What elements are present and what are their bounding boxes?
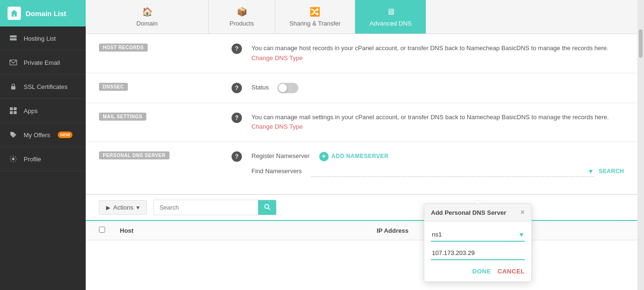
dnssec-status-row: Status <box>251 83 624 93</box>
popup-overlay: Add Personal DNS Server × ns1 ▼ DONE CAN… <box>424 203 532 282</box>
mail-settings-label-wrap: MAIL SETTINGS <box>99 113 222 121</box>
mail-settings-badge: MAIL SETTINGS <box>99 113 146 121</box>
popup-triangle <box>474 200 482 203</box>
add-nameserver-label: ADD NAMESERVER <box>331 152 389 161</box>
tab-domain-label: Domain <box>136 20 158 27</box>
sidebar-item-apps-label: Apps <box>24 107 38 114</box>
mail-settings-section: MAIL SETTINGS ? You can manage mail sett… <box>86 103 637 142</box>
host-records-badge: HOST RECORDS <box>99 44 148 52</box>
personal-dns-help-icon[interactable]: ? <box>232 151 242 162</box>
server-icon <box>9 34 18 43</box>
main-area: 🏠 Domain 📦 Products 🔀 Sharing & Transfer… <box>86 0 637 290</box>
sidebar-item-my-offers[interactable]: My Offers NEW <box>0 123 86 147</box>
select-all-input[interactable] <box>99 227 105 233</box>
sidebar-title: Domain List <box>26 9 66 18</box>
scrollbar-thumb[interactable] <box>639 29 643 58</box>
mail-settings-change-link[interactable]: Change DNS Type <box>251 123 303 130</box>
popup-actions: DONE CANCEL <box>431 268 525 275</box>
tabs-bar: 🏠 Domain 📦 Products 🔀 Sharing & Transfer… <box>86 0 637 34</box>
add-dns-popup: Add Personal DNS Server × ns1 ▼ DONE CAN… <box>424 203 532 282</box>
sharing-tab-icon: 🔀 <box>310 7 320 17</box>
done-button[interactable]: DONE <box>472 268 491 275</box>
personal-dns-badge: PERSONAL DNS SERVER <box>99 151 170 159</box>
tab-domain[interactable]: 🏠 Domain <box>86 0 209 34</box>
host-records-help-icon[interactable]: ? <box>232 44 242 54</box>
svg-point-12 <box>265 204 268 208</box>
gear-icon <box>9 155 18 163</box>
sidebar-item-my-offers-label: My Offers <box>24 132 50 139</box>
svg-point-11 <box>12 158 14 160</box>
personal-dns-section: PERSONAL DNS SERVER ? Register Nameserve… <box>86 142 637 194</box>
actions-label: Actions <box>113 204 134 211</box>
popup-title: Add Personal DNS Server <box>431 209 506 216</box>
svg-rect-5 <box>11 86 16 89</box>
actions-button[interactable]: ▶ Actions ▾ <box>99 200 147 215</box>
svg-rect-7 <box>14 107 17 110</box>
email-icon <box>9 58 18 67</box>
search-button[interactable] <box>258 200 276 215</box>
tab-products[interactable]: 📦 Products <box>209 0 275 34</box>
ip-address-input[interactable] <box>431 246 525 260</box>
select-arrow-icon: ▼ <box>518 231 525 238</box>
svg-rect-9 <box>14 111 17 114</box>
tab-sharing-transfer[interactable]: 🔀 Sharing & Transfer <box>275 0 355 34</box>
dnssec-badge: DNSSEC <box>99 83 128 91</box>
advdns-tab-icon: 🖥 <box>386 7 395 17</box>
find-nameservers-label: Find Nameservers <box>251 167 302 176</box>
dnssec-label-wrap: DNSSEC <box>99 83 222 91</box>
svg-rect-6 <box>10 107 13 110</box>
dnssec-help-icon[interactable]: ? <box>232 83 242 93</box>
mail-settings-content: You can manage mail settings in your cPa… <box>251 113 624 132</box>
sidebar-item-private-email-label: Private Email <box>24 59 60 66</box>
sidebar-item-profile[interactable]: Profile <box>0 147 86 171</box>
svg-point-2 <box>15 36 16 37</box>
host-records-content: You can manage host records in your cPan… <box>251 44 624 63</box>
select-all-checkbox[interactable] <box>99 227 110 234</box>
sidebar-item-hosting-list[interactable]: Hosting List <box>0 26 86 51</box>
sidebar: Domain List Hosting List Private Email S… <box>0 0 86 290</box>
popup-title-bar: Add Personal DNS Server × <box>424 204 531 221</box>
search-input[interactable] <box>154 201 258 214</box>
svg-line-13 <box>268 208 270 210</box>
products-tab-icon: 📦 <box>237 7 247 17</box>
svg-point-3 <box>15 39 16 40</box>
popup-body: ns1 ▼ DONE CANCEL <box>424 221 531 281</box>
tab-sharing-label: Sharing & Transfer <box>289 20 340 27</box>
dnssec-toggle[interactable] <box>277 83 298 93</box>
sidebar-item-profile-label: Profile <box>24 156 41 163</box>
sidebar-item-ssl[interactable]: SSL Certificates <box>0 75 86 99</box>
chevron-down-icon: ▾ <box>136 204 140 211</box>
find-search-link[interactable]: SEARCH <box>599 167 624 176</box>
content-area: HOST RECORDS ? You can manage host recor… <box>86 34 637 290</box>
host-records-text: You can manage host records in your cPan… <box>251 44 608 52</box>
grid-icon <box>9 106 18 115</box>
bottom-toolbar: ▶ Actions ▾ <box>86 194 637 220</box>
sidebar-header[interactable]: Domain List <box>0 0 86 26</box>
nameserver-select[interactable]: ns1 <box>431 228 518 241</box>
host-records-change-link[interactable]: Change DNS Type <box>251 54 303 62</box>
sidebar-item-apps[interactable]: Apps <box>0 99 86 123</box>
register-nameserver-label: Register Nameserver <box>251 151 310 161</box>
dns-top-row: PERSONAL DNS SERVER ? Register Nameserve… <box>99 151 624 177</box>
tab-advanced-dns-label: Advanced DNS <box>369 20 411 27</box>
tab-advanced-dns[interactable]: 🖥 Advanced DNS <box>355 0 426 34</box>
add-nameserver-button[interactable]: + ADD NAMESERVER <box>319 152 389 161</box>
search-wrap <box>153 200 277 215</box>
table-header: Host IP Address <box>86 220 637 240</box>
dnssec-content: Status <box>251 83 624 93</box>
popup-close-button[interactable]: × <box>520 209 525 216</box>
sidebar-item-hosting-list-label: Hosting List <box>24 35 56 42</box>
mail-settings-help-icon[interactable]: ? <box>232 113 242 123</box>
new-badge: NEW <box>58 132 72 138</box>
sidebar-item-ssl-label: SSL Certificates <box>24 83 68 90</box>
dnssec-section: DNSSEC ? Status <box>86 73 637 103</box>
domain-tab-icon: 🏠 <box>142 7 152 17</box>
scrollbar[interactable] <box>637 0 644 290</box>
home-icon <box>8 7 21 20</box>
sidebar-item-private-email[interactable]: Private Email <box>0 51 86 75</box>
cancel-button[interactable]: CANCEL <box>498 268 525 275</box>
host-records-section: HOST RECORDS ? You can manage host recor… <box>86 34 637 73</box>
host-records-label-wrap: HOST RECORDS <box>99 44 222 52</box>
col-host-header: Host <box>120 227 367 234</box>
mail-settings-text: You can manage mail settings in your cPa… <box>251 114 609 121</box>
